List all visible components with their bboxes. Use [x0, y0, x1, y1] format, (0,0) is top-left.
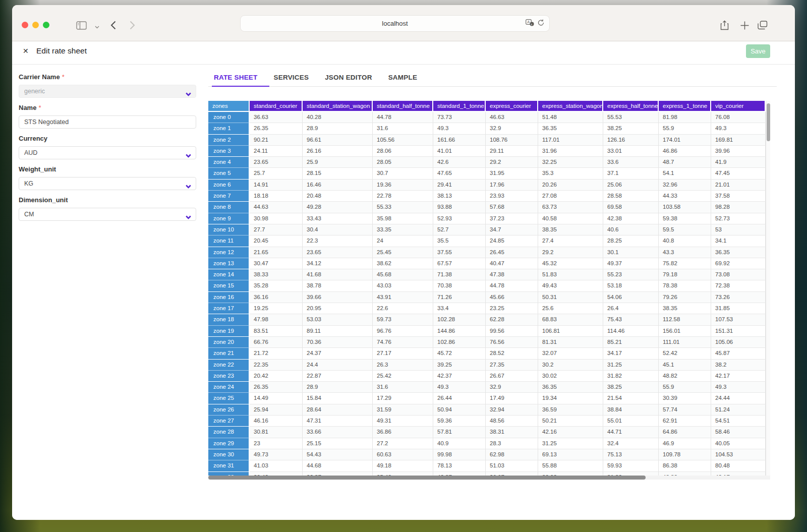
rate-cell[interactable]: 46.63 — [486, 112, 538, 123]
rate-cell[interactable]: 99.56 — [486, 326, 538, 337]
minimize-window-button[interactable] — [32, 22, 39, 28]
carrier-name-select[interactable]: generic — [19, 85, 196, 98]
rate-cell[interactable]: 27.17 — [373, 348, 433, 359]
rate-cell[interactable]: 99.98 — [433, 449, 486, 460]
rate-cell[interactable]: 28.9 — [303, 123, 373, 134]
rate-cell[interactable]: 59.73 — [373, 314, 433, 325]
rate-cell[interactable]: 81.98 — [659, 112, 711, 123]
rate-cell[interactable]: 106.81 — [538, 326, 603, 337]
rate-cell[interactable]: 64.86 — [659, 427, 711, 438]
rate-cell[interactable]: 73.73 — [433, 112, 486, 123]
rate-cell[interactable]: 14.49 — [250, 393, 303, 404]
rate-cell[interactable]: 59.36 — [433, 416, 486, 427]
rate-cell[interactable]: 26.4 — [603, 303, 659, 314]
rate-cell[interactable]: 38.84 — [603, 404, 659, 416]
rate-cell[interactable]: 35.98 — [373, 213, 433, 224]
rate-cell[interactable]: 67.57 — [433, 258, 486, 269]
rate-cell[interactable]: 108.76 — [486, 135, 538, 146]
rate-cell[interactable]: 30.2 — [538, 360, 603, 371]
close-window-button[interactable] — [22, 22, 28, 28]
rate-cell[interactable]: 117.01 — [538, 135, 603, 146]
dimension-unit-select[interactable]: CM — [19, 208, 196, 221]
rate-cell[interactable]: 45.32 — [538, 258, 603, 269]
rate-cell[interactable]: 48.82 — [659, 371, 711, 382]
rate-cell[interactable]: 69.13 — [538, 449, 603, 460]
rate-cell[interactable]: 32.9 — [486, 123, 538, 134]
rate-cell[interactable]: 22.78 — [373, 191, 433, 202]
rate-cell[interactable]: 25.42 — [373, 371, 433, 382]
rate-cell[interactable]: 37.58 — [711, 191, 766, 202]
rate-cell[interactable]: 28.52 — [486, 348, 538, 359]
rate-cell[interactable]: 37.55 — [433, 247, 486, 258]
rate-cell[interactable]: 15.84 — [303, 393, 373, 404]
rate-cell[interactable]: 49.3 — [433, 382, 486, 393]
rate-cell[interactable]: 25.45 — [373, 247, 433, 258]
rate-cell[interactable]: 55.9 — [659, 382, 711, 393]
rate-cell[interactable]: 105.56 — [373, 135, 433, 146]
rate-cell[interactable]: 41.01 — [433, 146, 486, 157]
rate-cell[interactable]: 41.68 — [303, 269, 373, 280]
rate-cell[interactable]: 28.05 — [373, 157, 433, 168]
rate-cell[interactable]: 47.31 — [303, 416, 373, 427]
rate-cell[interactable]: 33.01 — [603, 146, 659, 157]
rate-cell[interactable]: 30.39 — [659, 393, 711, 404]
rate-cell[interactable]: 38.2 — [711, 360, 766, 371]
rate-cell[interactable]: 27.7 — [250, 224, 303, 235]
rate-cell[interactable]: 161.66 — [433, 135, 486, 146]
rate-cell[interactable]: 52.7 — [433, 224, 486, 235]
rate-cell[interactable]: 36.59 — [538, 404, 603, 416]
rate-cell[interactable]: 38.78 — [303, 280, 373, 291]
rate-cell[interactable]: 28.06 — [373, 146, 433, 157]
rate-cell[interactable]: 47.98 — [250, 314, 303, 325]
rate-cell[interactable]: 25.15 — [303, 438, 373, 449]
reload-icon[interactable] — [538, 19, 544, 28]
rate-cell[interactable]: 31.25 — [603, 360, 659, 371]
rate-cell[interactable]: 30.98 — [250, 213, 303, 224]
rate-cell[interactable]: 44.68 — [303, 460, 373, 471]
rate-cell[interactable]: 14.91 — [250, 180, 303, 191]
rate-cell[interactable]: 49.43 — [538, 280, 603, 291]
rate-cell[interactable]: 26.3 — [373, 360, 433, 371]
rate-cell[interactable]: 39.66 — [303, 292, 373, 303]
rate-cell[interactable]: 25.7 — [250, 168, 303, 179]
rate-cell[interactable]: 40.58 — [538, 213, 603, 224]
rate-cell[interactable]: 30.47 — [250, 258, 303, 269]
rate-cell[interactable]: 46.16 — [250, 416, 303, 427]
rate-cell[interactable]: 76.08 — [711, 112, 766, 123]
rate-cell[interactable]: 23.65 — [250, 157, 303, 168]
rate-cell[interactable]: 17.96 — [486, 180, 538, 191]
rate-cell[interactable]: 62.98 — [486, 449, 538, 460]
rate-cell[interactable]: 29.11 — [486, 146, 538, 157]
tab-overview-icon[interactable] — [757, 19, 769, 31]
rate-cell[interactable]: 79.26 — [659, 292, 711, 303]
rate-cell[interactable]: 105.06 — [711, 337, 766, 348]
rate-cell[interactable]: 126.16 — [603, 135, 659, 146]
rate-cell[interactable]: 26.44 — [433, 393, 486, 404]
rate-cell[interactable]: 23.65 — [303, 247, 373, 258]
rate-cell[interactable]: 40.9 — [433, 438, 486, 449]
rate-cell[interactable]: 26.35 — [250, 382, 303, 393]
rate-cell[interactable]: 114.46 — [603, 326, 659, 337]
rate-cell[interactable]: 30.4 — [303, 224, 373, 235]
rate-cell[interactable]: 41.03 — [250, 460, 303, 471]
sidebar-toggle-icon[interactable] — [75, 19, 87, 31]
rate-cell[interactable]: 33.6 — [603, 157, 659, 168]
rate-cell[interactable]: 90.21 — [250, 135, 303, 146]
rate-cell[interactable]: 76.56 — [486, 337, 538, 348]
rate-cell[interactable]: 96.76 — [373, 326, 433, 337]
rate-cell[interactable]: 24.44 — [711, 393, 766, 404]
rate-cell[interactable]: 102.28 — [433, 314, 486, 325]
rate-cell[interactable]: 17.49 — [486, 393, 538, 404]
rate-cell[interactable]: 17.29 — [373, 393, 433, 404]
rate-cell[interactable]: 46.86 — [659, 146, 711, 157]
tab-services[interactable]: SERVICES — [272, 73, 321, 86]
rate-cell[interactable]: 51.24 — [711, 404, 766, 416]
rate-cell[interactable]: 45.68 — [373, 269, 433, 280]
rate-cell[interactable]: 27.08 — [538, 191, 603, 202]
rate-cell[interactable]: 22.6 — [373, 303, 433, 314]
rate-cell[interactable]: 50.31 — [538, 292, 603, 303]
rate-cell[interactable]: 31.6 — [373, 382, 433, 393]
rate-cell[interactable]: 25.94 — [250, 404, 303, 416]
rate-cell[interactable]: 22.87 — [303, 371, 373, 382]
rate-cell[interactable]: 26.45 — [486, 247, 538, 258]
